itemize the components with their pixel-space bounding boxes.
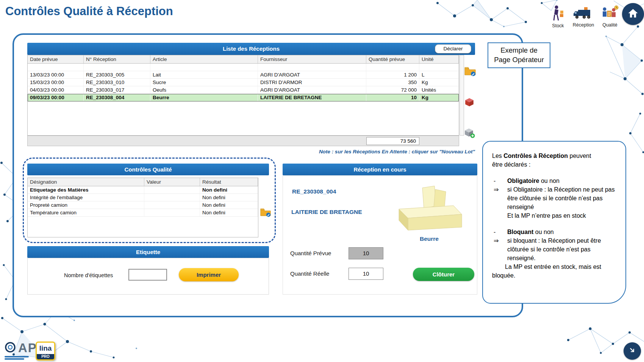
controles-folder-edit-icon[interactable] xyxy=(260,208,271,219)
cell-article: Lait xyxy=(150,71,258,78)
declare-button[interactable]: Déclarer xyxy=(435,44,471,53)
qty-prevue-label: Quantité Prévue xyxy=(290,250,331,256)
controle-row[interactable]: Intégrité de l'emballage Non defini xyxy=(28,194,258,201)
green-add-box-icon[interactable] xyxy=(464,128,475,140)
reception-en-cours-header: Réception en cours xyxy=(283,164,477,175)
receptions-table-header: Date prévue N° Réception Article Fournis… xyxy=(28,55,459,64)
info-arrow-bloquant: ⇒ si bloquant : la Réception peut être c… xyxy=(492,236,616,262)
table-row[interactable]: 15/03/23 00:00 RE_230303_010 Sucre DISTR… xyxy=(28,79,459,86)
folder-edit-icon[interactable] xyxy=(464,67,476,78)
cell-designation: Propreté camion xyxy=(28,201,144,209)
cell-valeur xyxy=(144,194,200,201)
cell-resultat: Non defini xyxy=(200,209,258,216)
nav-reception[interactable]: Réception xyxy=(571,6,596,28)
next-arrow-icon xyxy=(628,346,636,356)
info-intro: Les Contrôles à Réception peuvent être d… xyxy=(492,151,616,169)
column-header-unit: Unité xyxy=(419,55,459,63)
column-header-resultat: Résultat xyxy=(200,178,258,186)
reception-number: RE_230308_004 xyxy=(292,188,336,195)
exemple-callout: Exemple de Page Opérateur xyxy=(488,42,550,68)
cell-valeur xyxy=(144,201,200,209)
table-row-selected[interactable]: 09/03/23 00:00 RE_230308_004 Beurre LAIT… xyxy=(28,94,459,101)
cell-qty: 350 xyxy=(366,79,419,86)
table-row-empty[interactable] xyxy=(28,64,459,71)
cell-date: 15/03/23 00:00 xyxy=(28,79,84,86)
column-header-article: Article xyxy=(150,55,258,63)
cell-fournisseur: AGRI D'ARGOAT xyxy=(258,71,366,78)
cell-qty: 10 xyxy=(366,94,419,101)
info-note-bloquant: La MP est entrée en stock, mais est bloq… xyxy=(492,262,616,280)
next-button[interactable] xyxy=(624,342,641,360)
nav-qualite[interactable]: Qualité xyxy=(599,5,621,28)
lina-logo-text: lina xyxy=(37,343,54,354)
red-box-icon[interactable] xyxy=(464,97,474,109)
cell-valeur xyxy=(144,186,200,193)
cell-resultat: Non defini xyxy=(200,201,258,209)
dash-marker: - xyxy=(492,228,507,236)
column-header-fournisseur: Fournisseur xyxy=(258,55,366,63)
cell-unit: Unités xyxy=(419,86,459,94)
column-header-num: N° Réception xyxy=(84,55,150,63)
column-header-date: Date prévue xyxy=(28,55,84,63)
table-row[interactable]: 04/03/23 00:00 RE_230303_017 Oeufs AGRI … xyxy=(28,86,459,94)
stock-icon xyxy=(551,16,565,22)
total-value: 73 560 xyxy=(366,137,419,145)
qualite-label: Qualité xyxy=(599,22,621,28)
table-scrollbar[interactable] xyxy=(460,55,464,136)
slide: Contrôles Qualité à Réception Stock xyxy=(0,0,644,362)
etiquette-count-input[interactable] xyxy=(128,269,167,281)
home-icon xyxy=(627,8,639,20)
receptions-table: Date prévue N° Réception Article Fournis… xyxy=(27,55,459,136)
cloturer-button[interactable]: Clôturer xyxy=(413,268,474,281)
etiquette-panel-header: Etiquette xyxy=(27,246,269,258)
cell-qty: 72 000 xyxy=(366,86,419,94)
qty-reelle-field[interactable]: 10 xyxy=(349,268,383,280)
qualite-icon xyxy=(601,15,619,22)
cell-article: Oeufs xyxy=(150,86,258,94)
article-name: Beurre xyxy=(392,236,466,242)
cell-article: Sucre xyxy=(150,79,258,86)
controles-title: Contrôles Qualité xyxy=(27,164,269,175)
stock-label: Stock xyxy=(548,23,568,28)
reception-truck-icon xyxy=(573,15,594,22)
receptions-title: Liste des Réceptions xyxy=(27,43,475,55)
controle-row[interactable]: Propreté camion Non defini xyxy=(28,201,258,209)
etiquette-panel: Nombre d'étiquettes Imprimer xyxy=(27,258,269,295)
controle-row[interactable]: Température camion Non defini xyxy=(28,209,258,217)
reception-label: Réception xyxy=(571,22,596,28)
controles-panel-header: Contrôles Qualité xyxy=(27,164,269,175)
cell-num: RE_230308_004 xyxy=(84,94,150,101)
column-header-qty: Quantité prévue xyxy=(366,55,419,63)
table-row[interactable]: 13/03/23 00:00 RE_230303_005 Lait AGRI D… xyxy=(28,71,459,79)
cell-num: RE_230303_005 xyxy=(84,71,150,78)
cell-date: 09/03/23 00:00 xyxy=(28,94,84,101)
cell-unit: Kg xyxy=(419,79,459,86)
qty-reelle-label: Quantité Réelle xyxy=(290,270,329,277)
butter-image xyxy=(392,185,466,233)
cell-valeur xyxy=(144,209,200,216)
cell-fournisseur: LAITERIE DE BRETAGNE xyxy=(258,94,366,101)
controle-row[interactable]: Etiquetage des Matières Non defini xyxy=(28,186,258,194)
cell-date: 13/03/23 00:00 xyxy=(28,71,84,78)
nav-stock[interactable]: Stock xyxy=(548,5,568,28)
cell-date: 04/03/23 00:00 xyxy=(28,86,84,94)
arrow-icon: ⇒ xyxy=(492,236,507,262)
cell-num: RE_230303_017 xyxy=(84,86,150,94)
note-text: Note : sur les Réceptions En Attente : c… xyxy=(197,149,475,154)
cell-qty: 1 200 xyxy=(366,71,419,78)
cell-designation: Température camion xyxy=(28,209,144,216)
etiquette-title: Etiquette xyxy=(27,246,269,258)
cell-unit: Kg xyxy=(419,94,459,101)
total-bar: 73 560 xyxy=(27,136,459,146)
controles-table: Désignation Valeur Résultat Etiquetage d… xyxy=(27,178,258,237)
etiquette-count-label: Nombre d'étiquettes xyxy=(64,272,113,278)
exemple-line2: Page Opérateur xyxy=(494,55,544,65)
page-title: Contrôles Qualité à Réception xyxy=(5,5,173,18)
qty-prevue-field: 10 xyxy=(349,247,383,259)
info-panel: Les Contrôles à Réception peuvent être d… xyxy=(482,141,626,304)
home-button[interactable] xyxy=(622,3,644,25)
arrow-icon: ⇒ xyxy=(492,185,507,211)
imprimer-button[interactable]: Imprimer xyxy=(179,268,239,281)
dash-marker: - xyxy=(492,176,507,185)
reception-en-cours-panel: RE_230308_004 LAITERIE DE BRETAGNE Beurr… xyxy=(283,175,477,295)
